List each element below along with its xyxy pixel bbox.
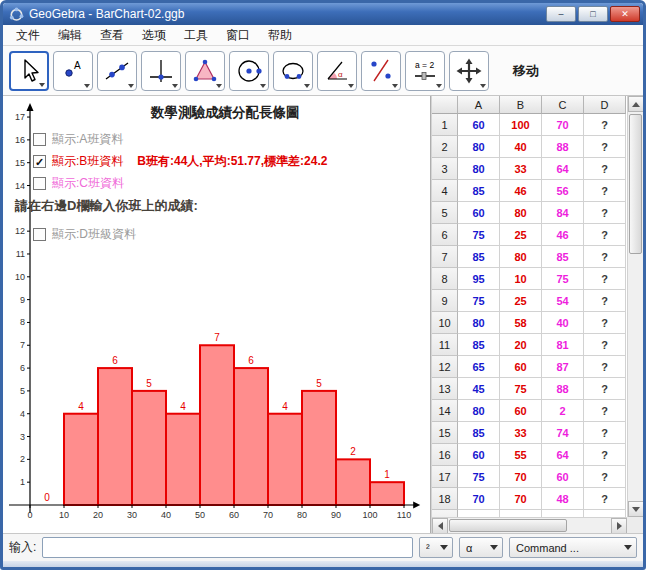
tool-dropdown-arrow-icon[interactable] <box>260 84 266 88</box>
vertical-scrollbar-thumb[interactable] <box>629 114 642 254</box>
cell-A17[interactable]: 75 <box>458 466 500 488</box>
cell-D9[interactable]: ? <box>584 290 626 312</box>
slider-tool-button[interactable]: a = 2 <box>405 51 445 91</box>
title-bar[interactable]: GeoGebra - BarChart-02.ggb – □ ✕ <box>3 3 643 25</box>
scroll-right-button[interactable] <box>611 518 627 533</box>
cell-D13[interactable]: ? <box>584 378 626 400</box>
row-header-10[interactable]: 10 <box>432 312 458 334</box>
cell-C12[interactable]: 87 <box>542 356 584 378</box>
row-header-13[interactable]: 13 <box>432 378 458 400</box>
cell-D10[interactable]: ? <box>584 312 626 334</box>
cell-B18[interactable]: 70 <box>500 488 542 510</box>
cell-A9[interactable]: 75 <box>458 290 500 312</box>
cell-D5[interactable]: ? <box>584 202 626 224</box>
cell-A18[interactable]: 70 <box>458 488 500 510</box>
cell-C6[interactable]: 46 <box>542 224 584 246</box>
angle-tool-button[interactable]: α <box>317 51 357 91</box>
checkbox-show-class-d[interactable] <box>33 228 46 241</box>
row-header-12[interactable]: 12 <box>432 356 458 378</box>
menu-item-2[interactable]: 编辑 <box>49 24 91 47</box>
cell-D16[interactable]: ? <box>584 444 626 466</box>
column-header-C[interactable]: C <box>542 96 584 114</box>
cell-C15[interactable]: 74 <box>542 422 584 444</box>
cell-B4[interactable]: 46 <box>500 180 542 202</box>
menu-item-6[interactable]: 窗口 <box>217 24 259 47</box>
spreadsheet-corner-cell[interactable] <box>432 96 458 114</box>
scroll-down-button[interactable] <box>628 501 643 517</box>
cell-A14[interactable]: 80 <box>458 400 500 422</box>
cell-A6[interactable]: 75 <box>458 224 500 246</box>
cell-B11[interactable]: 20 <box>500 334 542 356</box>
cell-A3[interactable]: 80 <box>458 158 500 180</box>
scroll-left-button[interactable] <box>432 518 448 533</box>
cell-A1[interactable]: 60 <box>458 114 500 136</box>
cell-A2[interactable]: 80 <box>458 136 500 158</box>
cell-D4[interactable]: ? <box>584 180 626 202</box>
cell-C2[interactable]: 88 <box>542 136 584 158</box>
cell-A11[interactable]: 85 <box>458 334 500 356</box>
cell-B16[interactable]: 55 <box>500 444 542 466</box>
menu-item-7[interactable]: 帮助 <box>259 24 301 47</box>
cell-D15[interactable]: ? <box>584 422 626 444</box>
cell-A10[interactable]: 80 <box>458 312 500 334</box>
perpendicular-line-tool-button[interactable] <box>141 51 181 91</box>
maximize-button[interactable]: □ <box>578 6 608 22</box>
cell-B1[interactable]: 100 <box>500 114 542 136</box>
cell-B12[interactable]: 60 <box>500 356 542 378</box>
cell-D11[interactable]: ? <box>584 334 626 356</box>
cell-B14[interactable]: 60 <box>500 400 542 422</box>
cell-C7[interactable]: 85 <box>542 246 584 268</box>
scroll-up-button[interactable] <box>628 96 643 112</box>
cell-B2[interactable]: 40 <box>500 136 542 158</box>
tool-dropdown-arrow-icon[interactable] <box>128 84 134 88</box>
cell-B10[interactable]: 58 <box>500 312 542 334</box>
cell-B8[interactable]: 10 <box>500 268 542 290</box>
row-header-7[interactable]: 7 <box>432 246 458 268</box>
column-header-A[interactable]: A <box>458 96 500 114</box>
row-header-14[interactable]: 14 <box>432 400 458 422</box>
cell-C14[interactable]: 2 <box>542 400 584 422</box>
cell-B17[interactable]: 70 <box>500 466 542 488</box>
polygon-tool-button[interactable] <box>185 51 225 91</box>
tool-dropdown-arrow-icon[interactable] <box>172 84 178 88</box>
row-header-3[interactable]: 3 <box>432 158 458 180</box>
cell-D8[interactable]: ? <box>584 268 626 290</box>
checkbox-show-class-a[interactable] <box>33 133 46 146</box>
cell-C10[interactable]: 40 <box>542 312 584 334</box>
row-header-9[interactable]: 9 <box>432 290 458 312</box>
tool-dropdown-arrow-icon[interactable] <box>216 84 222 88</box>
tool-dropdown-arrow-icon[interactable] <box>304 84 310 88</box>
cell-C4[interactable]: 56 <box>542 180 584 202</box>
menu-item-4[interactable]: 选项 <box>133 24 175 47</box>
conic-tool-button[interactable] <box>273 51 313 91</box>
cell-B9[interactable]: 25 <box>500 290 542 312</box>
horizontal-scrollbar-thumb[interactable] <box>449 519 567 532</box>
menu-item-3[interactable]: 查看 <box>91 24 133 47</box>
cell-D7[interactable]: ? <box>584 246 626 268</box>
cell-C3[interactable]: 64 <box>542 158 584 180</box>
cell-A15[interactable]: 85 <box>458 422 500 444</box>
cell-C13[interactable]: 88 <box>542 378 584 400</box>
cell-B6[interactable]: 25 <box>500 224 542 246</box>
command-dropdown[interactable]: Command ... <box>509 537 637 558</box>
menu-item-5[interactable]: 工具 <box>175 24 217 47</box>
circle-tool-button[interactable] <box>229 51 269 91</box>
cell-D18[interactable]: ? <box>584 488 626 510</box>
cell-A5[interactable]: 60 <box>458 202 500 224</box>
tool-dropdown-arrow-icon[interactable] <box>84 84 90 88</box>
row-header-11[interactable]: 11 <box>432 334 458 356</box>
cell-D1[interactable]: ? <box>584 114 626 136</box>
cell-B7[interactable]: 80 <box>500 246 542 268</box>
reflect-tool-button[interactable] <box>361 51 401 91</box>
move-tool-button[interactable] <box>9 51 49 91</box>
row-header-17[interactable]: 17 <box>432 466 458 488</box>
row-header-1[interactable]: 1 <box>432 114 458 136</box>
tool-dropdown-arrow-icon[interactable] <box>436 84 442 88</box>
row-header-6[interactable]: 6 <box>432 224 458 246</box>
tool-dropdown-arrow-icon[interactable] <box>348 84 354 88</box>
cell-C1[interactable]: 70 <box>542 114 584 136</box>
row-header-15[interactable]: 15 <box>432 422 458 444</box>
graphics-view[interactable]: 0465476452101020304050607080901001101234… <box>3 96 430 533</box>
line-tool-button[interactable] <box>97 51 137 91</box>
cell-D6[interactable]: ? <box>584 224 626 246</box>
